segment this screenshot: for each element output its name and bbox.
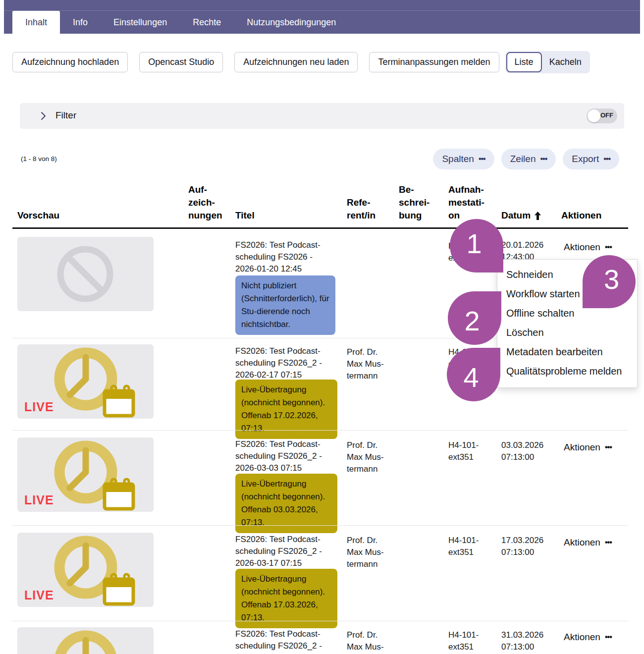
datum-cell: 17.03.202607:13:00 xyxy=(501,535,543,558)
toggle-knob xyxy=(588,109,600,122)
more-dots-icon: ••• xyxy=(479,155,485,164)
row-divider xyxy=(12,430,628,431)
title-cell[interactable]: FS2026: Test Podcast-scheduling FS2026_2… xyxy=(235,345,342,381)
preview-thumbnail[interactable] xyxy=(17,237,154,311)
menu-item-qualitaetsprobleme-melden[interactable]: Qualitätsprobleme melden xyxy=(497,362,637,381)
preview-thumbnail[interactable]: LIVE xyxy=(17,533,154,607)
station-cell: H4-101-ext351 xyxy=(448,439,479,463)
export-button[interactable]: Export ••• xyxy=(563,149,619,169)
more-dots-icon: ••• xyxy=(605,443,612,452)
columns-button-label: Spalten xyxy=(442,154,474,164)
preview-thumbnail[interactable]: LIVE xyxy=(17,437,154,512)
row-actions-button[interactable]: Aktionen ••• xyxy=(564,632,612,643)
callout-marker-4: 4 xyxy=(447,348,500,401)
status-badge: Live-Übertragung (nochnicht begonnen). O… xyxy=(235,474,337,533)
filter-bar[interactable]: Filter OFF xyxy=(20,103,624,129)
referent-cell: Prof. Dr.Max Mus-termann xyxy=(347,535,384,570)
opencast-studio-button[interactable]: Opencast Studio xyxy=(139,52,223,72)
live-badge: LIVE xyxy=(24,400,54,414)
preview-thumbnail[interactable]: LIVE xyxy=(17,344,154,419)
tab-einstellungen[interactable]: Einstellungen xyxy=(101,11,180,34)
header-divider xyxy=(12,227,628,229)
tab-info[interactable]: Info xyxy=(60,11,101,34)
rows-button-label: Zeilen xyxy=(510,154,536,164)
more-dots-icon: ••• xyxy=(540,155,547,164)
live-badge: LIVE xyxy=(24,588,54,602)
tab-nutzungsbedingungen[interactable]: Nutzungsbedingungen xyxy=(234,11,349,34)
live-badge: LIVE xyxy=(24,493,54,507)
more-dots-icon: ••• xyxy=(603,155,610,164)
more-dots-icon: ••• xyxy=(605,243,612,252)
scheduled-clock-icon xyxy=(17,627,154,654)
table-control-pills: Spalten ••• Zeilen ••• Export ••• xyxy=(433,149,619,169)
rows-button[interactable]: Zeilen ••• xyxy=(501,149,556,169)
datum-cell: 03.03.202607:13:00 xyxy=(501,439,543,463)
status-badge: Nicht publiziert (Schnitterforderlich), … xyxy=(235,275,335,335)
page: Inhalt Info Einstellungen Rechte Nutzung… xyxy=(0,0,644,654)
datum-cell: 31.03.202607:13:00 xyxy=(501,629,543,653)
col-header-aufnahmestation: Aufnah-mestati-on xyxy=(448,183,484,222)
not-published-icon xyxy=(17,237,154,311)
actions-label: Aktionen xyxy=(564,242,600,253)
status-badge: Live-Übertragung (nochnicht begonnen). O… xyxy=(235,569,337,628)
row-divider xyxy=(12,621,628,621)
callout-marker-2: 2 xyxy=(448,291,501,345)
report-schedule-changes-button[interactable]: Terminanpassungen melden xyxy=(369,52,499,72)
menu-item-metadaten-bearbeiten[interactable]: Metadaten bearbeiten xyxy=(497,342,637,362)
referent-cell: Prof. Dr.Max Mus-termann xyxy=(347,439,384,475)
row-actions-button[interactable]: Aktionen ••• xyxy=(564,242,612,253)
station-cell: H4-101-ext351 xyxy=(448,629,479,653)
actions-label: Aktionen xyxy=(564,632,600,643)
callout-marker-1: 1 xyxy=(450,219,503,272)
export-button-label: Export xyxy=(572,154,599,164)
reload-recordings-button[interactable]: Aufzeichnungen neu laden xyxy=(234,52,358,72)
title-cell[interactable]: FS2026: Test Podcast-scheduling FS2026_2… xyxy=(235,628,342,654)
view-switch: Liste Kacheln xyxy=(505,51,590,73)
menu-item-loeschen[interactable]: Löschen xyxy=(497,323,637,342)
result-count: (1 - 8 von 8) xyxy=(21,155,57,163)
actions-label: Aktionen xyxy=(564,442,600,453)
col-header-beschreibung: Be-schrei-bung xyxy=(399,183,429,222)
tab-inhalt[interactable]: Inhalt xyxy=(12,11,60,34)
chevron-right-icon xyxy=(41,111,46,120)
title-cell[interactable]: FS2026: Test Podcast-scheduling FS2026_2… xyxy=(235,438,342,474)
referent-cell: Prof. Dr.Max Mus-termann xyxy=(347,346,384,382)
row-actions-button[interactable]: Aktionen ••• xyxy=(564,537,612,548)
col-header-aufzeichnungen: Auf-zeich-nungen xyxy=(188,183,222,222)
preview-thumbnail[interactable] xyxy=(17,627,154,654)
title-cell[interactable]: FS2026: Test Podcast-scheduling FS2026_2… xyxy=(235,534,342,569)
view-option-kacheln[interactable]: Kacheln xyxy=(542,52,589,72)
col-header-datum[interactable]: Datum xyxy=(501,209,541,222)
row-actions-button[interactable]: Aktionen ••• xyxy=(564,442,612,453)
upload-recording-button[interactable]: Aufzeichnung hochladen xyxy=(12,52,128,72)
callout-marker-3: 3 xyxy=(583,255,636,308)
tab-rechte[interactable]: Rechte xyxy=(180,11,234,34)
tab-row: Inhalt Info Einstellungen Rechte Nutzung… xyxy=(4,10,640,34)
row-divider xyxy=(12,525,628,526)
col-header-vorschau: Vorschau xyxy=(17,209,59,222)
title-cell[interactable]: FS2026: Test Podcast-scheduling FS2026 -… xyxy=(235,239,342,275)
col-header-titel: Titel xyxy=(235,209,255,222)
more-dots-icon: ••• xyxy=(605,538,612,547)
toolbar: Aufzeichnung hochladen Opencast Studio A… xyxy=(12,51,590,73)
station-cell: H4-101-ext351 xyxy=(448,535,479,558)
actions-label: Aktionen xyxy=(564,537,600,548)
top-nav: Inhalt Info Einstellungen Rechte Nutzung… xyxy=(4,0,640,34)
filter-toggle[interactable]: OFF xyxy=(587,109,617,123)
sort-up-icon xyxy=(535,212,541,220)
toggle-state-label: OFF xyxy=(600,111,613,119)
view-option-liste[interactable]: Liste xyxy=(506,52,542,72)
filter-label: Filter xyxy=(55,110,76,121)
columns-button[interactable]: Spalten ••• xyxy=(433,149,494,169)
referent-cell: Prof. Dr.Max Mus-termann xyxy=(347,629,384,654)
col-header-referent: Refe-rent/in xyxy=(347,196,376,222)
col-header-aktionen: Aktionen xyxy=(561,209,601,222)
more-dots-icon: ••• xyxy=(605,633,612,642)
